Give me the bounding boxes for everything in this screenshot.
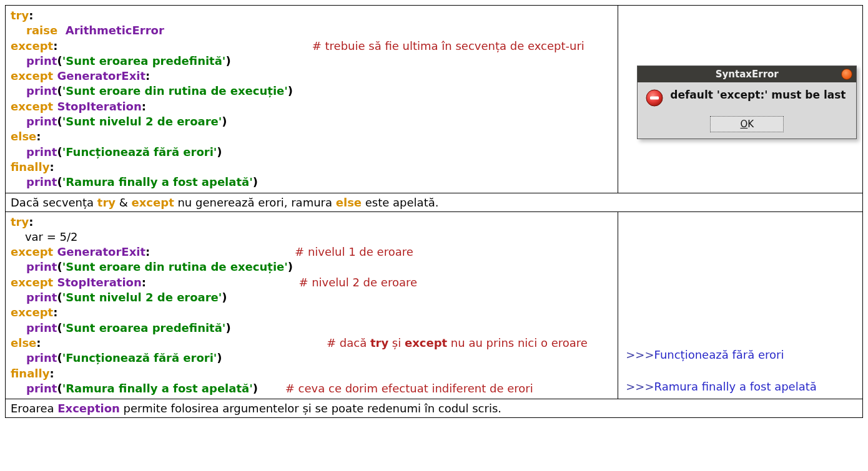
comment: # nivelul 2 de eroare	[298, 276, 417, 289]
assignment: var = 5/2	[11, 230, 77, 243]
code-block-2: try: var = 5/2 except GeneratorExit: # n…	[6, 211, 618, 399]
kw-except: except	[11, 100, 57, 113]
fn-print: print	[11, 351, 57, 364]
fn-print: print	[11, 84, 57, 97]
err-stopiteration: StopIteration	[57, 100, 141, 113]
fn-print: print	[11, 291, 57, 304]
comment: # trebuie să fie ultima în secvența de e…	[312, 39, 584, 52]
string-literal: 'Sunt eroare din rutina de execuție'	[62, 84, 288, 97]
err-arithmetic: ArithmeticError	[66, 24, 164, 37]
kw-except: except	[11, 306, 53, 319]
err-stopiteration: StopIteration	[57, 276, 141, 289]
code-block-1: try: raise ArithmeticError except: # tre…	[6, 6, 618, 193]
string-literal: 'Sunt eroare din rutina de execuție'	[62, 260, 288, 273]
kw-else: else	[11, 336, 36, 349]
err-generatorexit: GeneratorExit	[57, 245, 145, 258]
kw-finally: finally	[11, 367, 49, 380]
output-line-2: >>>Ramura finally a fost apelată	[626, 378, 857, 395]
output-line-1: >>>Funcționează fără erori	[626, 346, 857, 363]
dialog-message: default 'except:' must be last	[670, 89, 849, 102]
string-literal: 'Sunt eroarea predefinită'	[62, 321, 226, 334]
string-literal: 'Funcționează fără erori'	[62, 145, 217, 158]
err-generatorexit: GeneratorExit	[57, 69, 145, 82]
ok-button[interactable]: OK	[710, 116, 784, 132]
comment: # nivelul 1 de eroare	[295, 245, 413, 258]
kw-try: try	[11, 215, 29, 228]
kw-except: except	[11, 69, 57, 82]
fn-print: print	[11, 321, 57, 334]
string-literal: 'Sunt nivelul 2 de eroare'	[62, 291, 222, 304]
dialog-title-text: SyntaxError	[716, 69, 779, 80]
kw-else: else	[11, 130, 36, 143]
error-icon	[645, 89, 664, 110]
kw-except: except	[11, 276, 57, 289]
fn-print: print	[11, 145, 57, 158]
fn-print: print	[11, 175, 57, 188]
comment: # ceva ce dorim efectuat indiferent de e…	[285, 382, 533, 395]
output-cell-2: >>>Funcționează fără erori >>>Ramura fin…	[618, 211, 863, 399]
close-icon[interactable]	[841, 69, 852, 80]
string-literal: 'Ramura finally a fost apelată'	[62, 175, 253, 188]
explanation-1: Dacă secvența try & except nu generează …	[6, 193, 863, 211]
error-dialog: SyntaxError default 'except:'	[637, 66, 857, 139]
kw-try: try	[11, 9, 29, 22]
kw-except: except	[11, 245, 57, 258]
fn-print: print	[11, 54, 57, 67]
document-table: try: raise ArithmeticError except: # tre…	[5, 5, 863, 418]
fn-print: print	[11, 382, 57, 395]
dialog-titlebar: SyntaxError	[638, 66, 856, 82]
comment: # dacă	[327, 336, 370, 349]
kw-raise: raise	[11, 24, 66, 37]
fn-print: print	[11, 115, 57, 128]
string-literal: 'Sunt nivelul 2 de eroare'	[62, 115, 222, 128]
kw-finally: finally	[11, 160, 49, 173]
string-literal: 'Ramura finally a fost apelată'	[62, 382, 253, 395]
kw-except: except	[11, 39, 53, 52]
explanation-2: Eroarea Exception permite folosirea argu…	[6, 399, 863, 418]
string-literal: 'Sunt eroarea predefinită'	[62, 54, 226, 67]
output-cell-1: SyntaxError default 'except:'	[618, 6, 863, 193]
fn-print: print	[11, 260, 57, 273]
svg-rect-1	[650, 97, 659, 100]
string-literal: 'Funcționează fără erori'	[62, 351, 217, 364]
